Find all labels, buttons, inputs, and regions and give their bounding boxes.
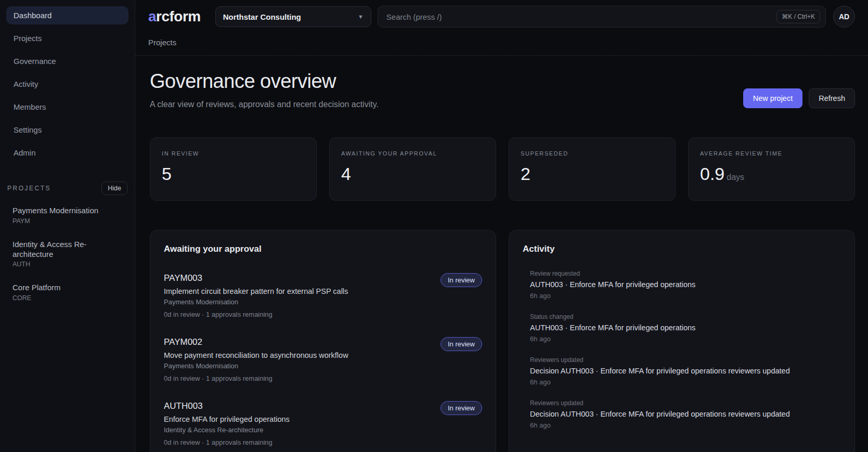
decision-project: Payments Modernisation [164,362,348,370]
project-code: CORE [12,294,121,302]
stat-value: 2 [521,164,664,184]
stat-number: 4 [341,164,351,184]
approval-item-auth003[interactable]: AUTH003 Enforce MFA for privileged opera… [164,401,482,446]
sidebar-project-auth[interactable]: Identity & Access Re-architecture AUTH [6,235,128,273]
sidebar-item-activity[interactable]: Activity [6,75,128,93]
approval-item-paym003[interactable]: PAYM003 Implement circuit breaker patter… [164,273,482,318]
stat-card-average-review-time: AVERAGE REVIEW TIME 0.9days [688,137,855,201]
avatar[interactable]: AD [833,6,855,28]
sidebar-item-governance[interactable]: Governance [6,52,128,70]
page-title: Governance overview [150,70,379,93]
breadcrumb-projects[interactable]: Projects [148,38,176,47]
project-code: AUTH [12,261,121,268]
activity-event-time: 6h ago [530,378,841,386]
sidebar-item-settings[interactable]: Settings [6,121,128,139]
page-header: Governance overview A clear view of revi… [150,70,855,109]
status-badge: In review [441,273,482,287]
chevron-down-icon: ▼ [358,14,364,20]
activity-event-time: 6h ago [530,421,841,429]
decision-meta: 0d in review · 1 approvals remaining [164,374,348,382]
arcform-logo: arcform [148,8,201,25]
activity-entry: Reviewers updated Decision AUTH003 · Enf… [523,399,841,429]
search-bar: ⌘K / Ctrl+K [378,6,826,28]
sidebar-item-projects[interactable]: Projects [6,29,128,47]
sidebar-item-members[interactable]: Members [6,98,128,116]
stat-number: 5 [162,164,172,184]
stat-label: AWAITING YOUR APPROVAL [341,150,484,157]
org-selector[interactable]: Northstar Consulting ▼ [215,6,371,27]
decision-project: Payments Modernisation [164,298,348,306]
decision-id: PAYM003 [164,273,348,283]
decision-project: Identity & Access Re-architecture [164,426,290,434]
awaiting-approval-title: Awaiting your approval [164,244,482,254]
activity-event-type: Review requested [530,270,841,277]
activity-event-type: Reviewers updated [530,399,841,407]
search-input[interactable] [386,12,777,21]
sidebar-item-admin[interactable]: Admin [6,144,128,162]
decision-id: AUTH003 [164,401,290,411]
stat-label: AVERAGE REVIEW TIME [700,150,843,157]
stat-card-awaiting-approval: AWAITING YOUR APPROVAL 4 [329,137,496,201]
status-badge: In review [441,401,482,415]
stat-value: 5 [162,164,305,184]
page-content: Governance overview A clear view of revi… [135,56,868,452]
projects-section-header: PROJECTS Hide [6,182,128,195]
sidebar-project-core[interactable]: Core Platform CORE [6,278,128,306]
activity-entry: Status changed AUTH003 · Enforce MFA for… [523,313,841,343]
logo-rest: rcform [156,8,201,24]
project-name: Core Platform [12,283,121,293]
activity-entry: Reviewers updated Decision AUTH003 · Enf… [523,356,841,386]
main-column: arcform Northstar Consulting ▼ ⌘K / Ctrl… [135,0,868,452]
stat-number: 2 [521,164,530,184]
breadcrumb: Projects [148,28,855,55]
stat-card-superseded: SUPERSEDED 2 [509,137,676,201]
project-code: PAYM [12,217,121,225]
activity-entry: Review requested AUTH003 · Enforce MFA f… [523,270,841,300]
activity-event-type: Reviewers updated [530,356,841,364]
activity-title: Activity [523,244,841,254]
page-subtitle: A clear view of reviews, approvals and r… [150,100,379,109]
sidebar-project-paym[interactable]: Payments Modernisation PAYM [6,201,128,229]
sidebar-item-dashboard[interactable]: Dashboard [6,6,128,24]
decision-meta: 0d in review · 1 approvals remaining [164,311,348,318]
activity-event-time: 6h ago [530,335,841,343]
project-name: Identity & Access Re-architecture [12,240,121,260]
new-project-button[interactable]: New project [743,88,803,108]
awaiting-approval-panel: Awaiting your approval PAYM003 Implement… [150,230,496,452]
status-badge: In review [441,337,482,351]
stat-label: SUPERSEDED [521,150,664,157]
refresh-button[interactable]: Refresh [809,88,855,108]
logo-accent-letter: a [148,8,156,24]
stat-suffix: days [727,173,744,182]
stat-card-in-review: IN REVIEW 5 [150,137,317,201]
activity-panel: Activity Review requested AUTH003 · Enfo… [509,230,855,452]
decision-title: Implement circuit breaker pattern for ex… [164,287,348,295]
decision-title: Enforce MFA for privileged operations [164,415,290,423]
approval-item-paym002[interactable]: PAYM002 Move payment reconciliation to a… [164,337,482,382]
activity-event-text: Decision AUTH003 · Enforce MFA for privi… [530,367,841,375]
activity-event-text: AUTH003 · Enforce MFA for privileged ope… [530,324,841,332]
stats-row: IN REVIEW 5 AWAITING YOUR APPROVAL 4 SUP… [150,137,855,201]
stat-value: 4 [341,164,484,184]
org-selector-value: Northstar Consulting [223,12,301,21]
stat-label: IN REVIEW [162,150,305,157]
stat-value: 0.9days [700,164,843,184]
decision-title: Move payment reconciliation to asynchron… [164,351,348,359]
project-name: Payments Modernisation [12,206,121,216]
decision-id: PAYM002 [164,337,348,347]
topbar: arcform Northstar Consulting ▼ ⌘K / Ctrl… [135,0,868,56]
activity-event-type: Status changed [530,313,841,320]
hide-projects-button[interactable]: Hide [101,182,127,195]
stat-number: 0.9 [700,164,724,184]
sidebar: Dashboard Projects Governance Activity M… [0,0,135,452]
search-shortcut-hint: ⌘K / Ctrl+K [776,10,820,23]
projects-section-label: PROJECTS [7,185,51,192]
panels-row: Awaiting your approval PAYM003 Implement… [150,230,855,452]
activity-event-time: 6h ago [530,292,841,300]
decision-meta: 0d in review · 1 approvals remaining [164,438,290,446]
activity-event-text: AUTH003 · Enforce MFA for privileged ope… [530,280,841,289]
activity-event-text: Decision AUTH003 · Enforce MFA for privi… [530,410,841,418]
